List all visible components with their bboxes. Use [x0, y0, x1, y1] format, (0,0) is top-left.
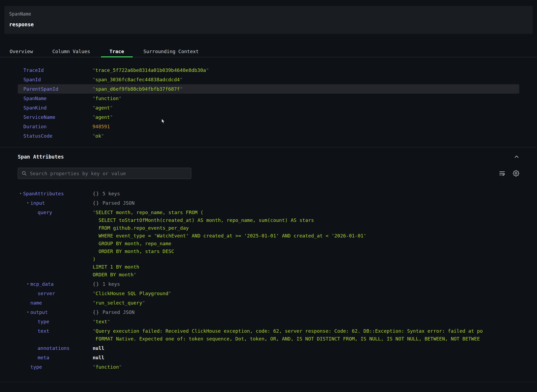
value-string: span_3036fc8acfec44838adcdcd4 [95, 77, 180, 82]
tree-row-server[interactable]: ▾server"ClickHouse SQL Playground" [20, 289, 537, 298]
tree-key: annotations [38, 344, 93, 352]
tree-key: meta [38, 354, 93, 361]
close-quote: " [180, 77, 183, 82]
field-row-spanname[interactable]: SpanName"function" [18, 94, 519, 103]
close-quote: " [142, 300, 145, 306]
close-quote: " [119, 364, 122, 370]
value-string: run_select_query [96, 300, 142, 306]
tree-row-text[interactable]: ▾text"Query execution failed: Received C… [20, 326, 537, 343]
field-row-parentspanid[interactable]: ParentSpanId"span_d6ef9fb88cb94fbfb37f68… [18, 84, 519, 94]
field-key: SpanName [23, 96, 92, 101]
span-attributes-header: Span Attributes [18, 154, 519, 160]
tree-key: name [30, 299, 93, 307]
attributes-toolbar [18, 168, 519, 179]
field-key: Duration [23, 124, 92, 129]
field-row-spankind[interactable]: SpanKind"agent" [18, 103, 519, 112]
search-icon [21, 171, 27, 176]
tree-row-query[interactable]: ▾query"SELECT month, repo_name, stars FR… [20, 208, 537, 279]
tree-value: {} Parsed JSON [93, 308, 135, 316]
field-key: SpanId [23, 77, 92, 82]
close-quote: " [110, 114, 113, 120]
open-quote: " [93, 364, 96, 370]
open-quote: " [92, 67, 95, 73]
collapse-section-icon[interactable] [514, 154, 519, 159]
tab-column-values[interactable]: Column Values [43, 46, 100, 57]
tree-row-type[interactable]: ▾type"function" [20, 362, 537, 372]
keys-count: Parsed JSON [100, 309, 135, 315]
collapse-arrow-icon[interactable]: ▾ [27, 199, 30, 207]
open-quote: " [92, 86, 95, 92]
tree-row-spanattributes[interactable]: ▾SpanAttributes{} 5 keys [20, 189, 537, 198]
value-string: Query execution failed: Received ClickHo… [93, 328, 483, 342]
tree-row-name[interactable]: ▾name"run_select_query" [20, 298, 537, 307]
keys-count: 5 keys [100, 191, 120, 196]
section-divider [0, 147, 537, 147]
open-quote: " [93, 210, 96, 215]
tree-value: "SELECT month, repo_name, stars FROM ( S… [93, 208, 366, 279]
tree-value: "run_select_query" [93, 299, 145, 307]
field-row-spanid[interactable]: SpanId"span_3036fc8acfec44838adcdcd4" [18, 75, 519, 84]
value-null: null [93, 345, 104, 351]
close-quote: " [134, 272, 136, 277]
value-string: ClickHouse SQL Playground [96, 291, 168, 296]
tree-value: null [93, 354, 104, 361]
close-quote: " [101, 133, 104, 139]
field-row-traceid[interactable]: TraceId"trace_5f722a6be8314a01b039b4640e… [18, 65, 519, 75]
wrap-lines-icon[interactable] [499, 170, 505, 177]
collapse-arrow-icon[interactable]: ▾ [27, 280, 30, 288]
tab-surrounding-context[interactable]: Surrounding Context [134, 46, 208, 57]
open-quote: " [92, 133, 95, 139]
braces-icon: {} [93, 200, 100, 206]
span-fields-table: TraceId"trace_5f722a6be8314a01b039b4640e… [0, 65, 537, 141]
value-string: agent [95, 114, 110, 120]
open-quote: " [92, 77, 95, 82]
search-input[interactable] [18, 168, 191, 179]
tab-trace[interactable]: Trace [100, 46, 134, 57]
tree-value: "function" [93, 363, 122, 371]
bottom-divider [0, 382, 537, 382]
tree-value: "Query execution failed: Received ClickH… [93, 327, 483, 343]
field-key: TraceId [23, 67, 92, 73]
open-quote: " [92, 105, 95, 111]
close-quote: " [107, 319, 110, 324]
tree-row-input[interactable]: ▾input{} Parsed JSON [20, 198, 537, 208]
tree-value: "text" [93, 318, 110, 325]
field-key: StatusCode [23, 133, 92, 139]
tree-value: null [93, 344, 104, 352]
tree-row-mcp-data[interactable]: ▾mcp_data{} 1 keys [20, 279, 537, 289]
collapse-arrow-icon[interactable]: ▾ [27, 308, 30, 316]
tree-row-annotations[interactable]: ▾annotationsnull [20, 343, 537, 353]
close-quote: " [180, 86, 183, 92]
braces-icon: {} [93, 309, 100, 315]
span-attributes-tree: ▾SpanAttributes{} 5 keys▾input{} Parsed … [0, 189, 537, 372]
open-quote: " [92, 96, 95, 101]
tab-overview[interactable]: Overview [0, 46, 43, 57]
field-row-duration[interactable]: Duration948591 [18, 122, 519, 131]
value-string: trace_5f722a6be8314a01b039b4640e8db30a [95, 67, 206, 73]
close-quote: " [168, 291, 171, 296]
open-quote: " [93, 319, 96, 324]
field-key: ServiceName [23, 114, 92, 120]
tree-row-output[interactable]: ▾output{} Parsed JSON [20, 307, 537, 317]
value-string: agent [95, 105, 110, 111]
span-header-label: SpanName [9, 11, 528, 17]
keys-count: 1 keys [100, 281, 120, 287]
field-value: "agent" [92, 114, 113, 120]
open-quote: " [93, 328, 96, 334]
settings-gear-icon[interactable] [513, 170, 519, 177]
field-row-servicename[interactable]: ServiceName"agent" [18, 112, 519, 122]
field-value: "function" [92, 96, 121, 101]
field-key: SpanKind [23, 105, 92, 111]
open-quote: " [93, 291, 96, 296]
span-header-card: SpanName response [4, 6, 533, 34]
tree-key: type [38, 318, 93, 325]
collapse-arrow-icon[interactable]: ▾ [20, 190, 23, 197]
field-row-statuscode[interactable]: StatusCode"ok" [18, 131, 519, 141]
keys-count: Parsed JSON [100, 200, 135, 206]
search-actions [499, 170, 519, 177]
field-value: "agent" [92, 105, 113, 111]
field-value: "ok" [92, 133, 104, 139]
tree-row-type[interactable]: ▾type"text" [20, 317, 537, 326]
tree-key: query [38, 208, 93, 216]
tree-row-meta[interactable]: ▾metanull [20, 353, 537, 362]
